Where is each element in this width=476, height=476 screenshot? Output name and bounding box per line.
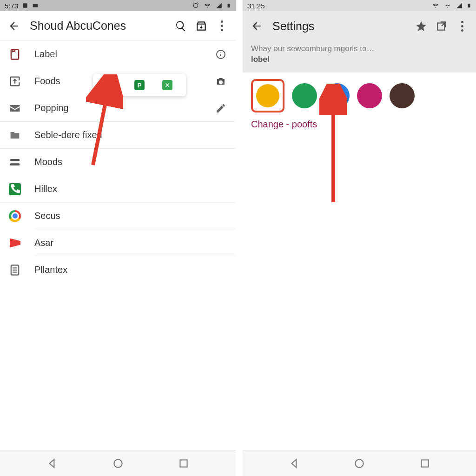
status-minor-icon — [269, 2, 275, 9]
app-bar: Settings — [243, 11, 476, 41]
status-minor-icon — [32, 2, 39, 9]
document-icon — [8, 264, 21, 277]
status-time: 31:25 — [247, 2, 265, 10]
archive-outline-icon — [195, 20, 207, 32]
info-icon-trailing[interactable] — [214, 48, 227, 61]
alarm-icon — [192, 2, 199, 9]
swatch-selected-frame — [251, 79, 284, 112]
nav-recents[interactable] — [170, 454, 198, 473]
color-swatch-green[interactable] — [292, 83, 317, 108]
battery-icon — [467, 2, 471, 9]
svg-point-10 — [355, 459, 363, 467]
open-in-new-icon — [436, 20, 448, 32]
list-item-seble[interactable]: Seble-dere fixed — [0, 122, 236, 149]
chrome-app-icon — [9, 210, 21, 222]
star-icon — [415, 20, 427, 32]
nav-bar — [0, 450, 236, 476]
wifi-icon — [431, 2, 440, 9]
popup-chip-green-p[interactable]: P — [134, 80, 145, 90]
popup-chip-green-x[interactable] — [162, 80, 172, 90]
nav-home[interactable] — [104, 454, 132, 473]
star-button[interactable] — [411, 16, 431, 36]
toggles-icon — [8, 156, 21, 169]
back-button[interactable] — [4, 16, 24, 36]
camera-outline-icon — [215, 76, 226, 87]
arrow-back-icon — [251, 20, 263, 32]
subheader-line2: lobel — [251, 54, 468, 65]
signal-icon — [456, 2, 463, 9]
color-swatch-magenta[interactable] — [357, 83, 382, 108]
back-button[interactable] — [246, 16, 267, 36]
nav-home[interactable] — [345, 454, 373, 473]
label-outline-icon — [8, 48, 21, 61]
info-circle-icon — [215, 49, 226, 60]
status-minor-icon — [22, 2, 28, 9]
overflow-button[interactable] — [452, 16, 472, 36]
wifi-icon — [203, 2, 212, 9]
list-item-label-text: Seble-dere fixed — [34, 125, 227, 145]
list-item-label-text: Popping — [34, 103, 214, 113]
edit-icon-trailing[interactable] — [214, 102, 227, 115]
list-item-label-text: Secus — [34, 211, 227, 221]
screen-left: 5:73 Shoud AbcuCones — [0, 0, 236, 476]
wifi-icon — [443, 2, 452, 9]
foods-action-popup: P — [93, 74, 186, 96]
list-item-label-text: Asar — [34, 238, 227, 248]
search-icon — [175, 20, 187, 32]
subheader-line1: Whay our sewcomburg mgorls to… — [251, 44, 468, 54]
battery-icon — [226, 2, 231, 9]
overflow-button[interactable] — [212, 16, 232, 36]
open-external-button[interactable] — [431, 16, 452, 36]
folder-icon — [8, 129, 21, 142]
color-swatch-brown[interactable] — [390, 83, 415, 108]
mail-outline-icon — [8, 102, 21, 115]
play-app-icon — [9, 238, 20, 248]
list-item-asar[interactable]: Asar — [0, 230, 236, 257]
list-item-hillex[interactable]: Hillex — [0, 176, 236, 203]
screen-right: 31:25 Settings — [243, 0, 476, 476]
list-item-moods[interactable]: Moods — [0, 149, 236, 176]
svg-point-7 — [114, 459, 122, 467]
list-item-popping[interactable]: Popping — [0, 95, 236, 122]
signal-icon — [215, 2, 223, 9]
more-vert-icon — [221, 20, 223, 31]
svg-rect-4 — [10, 159, 20, 161]
list-item-label-text: Hillex — [34, 184, 227, 194]
status-bar: 31:25 — [243, 0, 476, 11]
list-item-label-text: Moods — [34, 157, 227, 167]
nav-back[interactable] — [38, 454, 66, 473]
status-bar: 5:73 — [0, 0, 236, 11]
page-title: Shoud AbcuCones — [30, 19, 171, 33]
camera-icon-trailing[interactable] — [214, 75, 227, 88]
nav-back[interactable] — [280, 454, 308, 473]
list-item-label-text: Pllantex — [34, 264, 227, 275]
download-box-icon — [8, 75, 21, 88]
arrow-back-icon — [8, 20, 20, 32]
svg-rect-1 — [33, 4, 38, 7]
status-time: 5:73 — [5, 2, 18, 10]
color-swatch-yellow[interactable] — [256, 84, 279, 107]
popup-chip-red[interactable] — [106, 80, 117, 90]
list-item-label[interactable]: Label — [0, 41, 236, 68]
phone-app-icon — [9, 183, 21, 195]
list-item-pllantex[interactable]: Pllantex — [0, 257, 236, 284]
svg-rect-0 — [23, 3, 27, 7]
pencil-icon — [215, 103, 226, 114]
archive-button[interactable] — [191, 16, 212, 36]
page-title: Settings — [272, 20, 411, 33]
svg-rect-5 — [10, 163, 20, 165]
list-item-secus[interactable]: Secus — [0, 203, 236, 230]
svg-rect-8 — [180, 460, 187, 467]
svg-rect-11 — [421, 460, 428, 467]
nav-recents[interactable] — [411, 454, 439, 473]
nav-bar — [243, 450, 476, 476]
search-button[interactable] — [171, 16, 191, 36]
settings-subheader: Whay our sewcomburg mgorls to… lobel — [243, 41, 476, 73]
list-item-label-text: Label — [34, 49, 214, 60]
app-bar: Shoud AbcuCones — [0, 11, 236, 41]
more-vert-icon — [461, 21, 463, 32]
color-swatches — [243, 73, 476, 116]
change-caption: Change - poofts — [243, 116, 476, 132]
color-swatch-blue[interactable] — [324, 83, 350, 108]
